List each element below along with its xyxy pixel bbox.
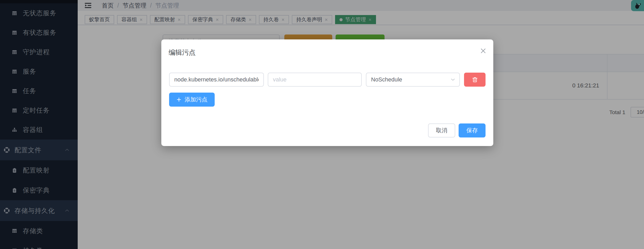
dialog-title: 编辑污点 [169, 48, 196, 57]
add-taint-button[interactable]: 添加污点 [169, 93, 215, 107]
taint-key-input[interactable] [169, 73, 264, 87]
app-window: 无状态服务 有状态服务 守护进程 服务 任务 定时任务 容器组 配置文件 [0, 0, 644, 249]
add-taint-label: 添加污点 [185, 96, 207, 103]
taint-effect-select[interactable]: NoSchedule [366, 73, 460, 87]
taint-value-input[interactable] [268, 73, 362, 87]
plus-icon [176, 97, 182, 102]
edit-taint-dialog: 编辑污点 NoSchedule 添加污点 取消 保存 [161, 39, 493, 146]
chevron-down-icon [451, 77, 455, 82]
delete-taint-button[interactable] [464, 73, 486, 87]
close-icon[interactable] [480, 47, 487, 54]
save-button[interactable]: 保存 [459, 123, 486, 137]
trash-icon [472, 76, 478, 83]
taint-effect-value: NoSchedule [371, 76, 402, 83]
cancel-button[interactable]: 取消 [428, 123, 455, 137]
